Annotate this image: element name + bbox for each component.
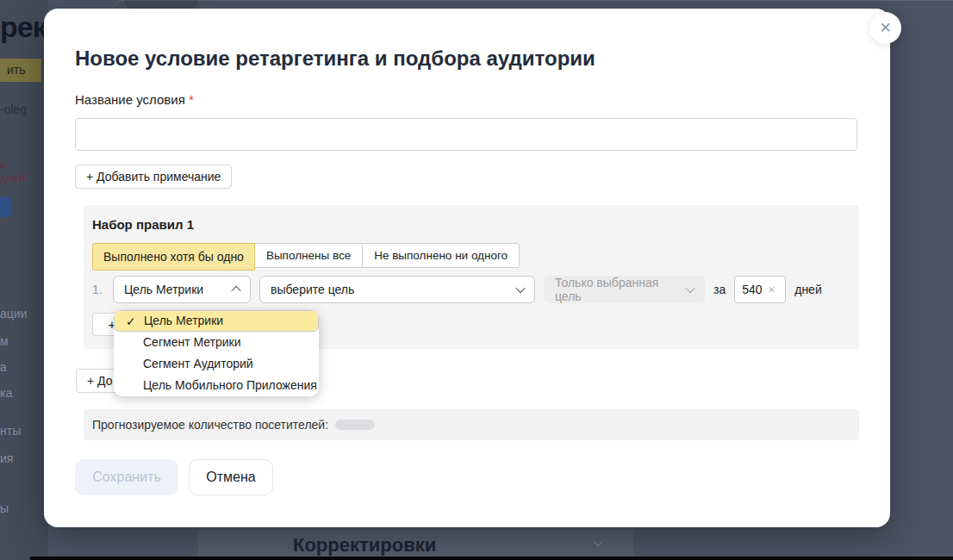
sidebar-yellow-button-fragment: ить: [0, 59, 41, 82]
forecast-value-placeholder: [335, 420, 375, 430]
name-field-label: Название условия *: [75, 92, 194, 107]
menu-item-mobile-app-goal[interactable]: Цель Мобильного Приложения: [114, 375, 319, 396]
period-input-wrap: ×: [734, 276, 786, 303]
match-mode-segmented-control: Выполнено хотя бы одно Выполнены все Не …: [92, 243, 520, 271]
rule-index: 1.: [92, 283, 113, 296]
goal-select[interactable]: выберите цель: [259, 276, 535, 303]
menu-item-audience-segment[interactable]: Сегмент Аудиторий: [114, 353, 319, 375]
period-days-input[interactable]: [735, 283, 764, 296]
sidebar-item-fragment: ка: [0, 386, 12, 400]
chevron-down-icon: [593, 537, 602, 546]
condition-name-input[interactable]: [75, 118, 857, 151]
bottom-edge-bar: [30, 557, 953, 560]
close-icon: ✕: [879, 20, 891, 36]
sidebar-item-fragment: ы: [0, 501, 9, 515]
scope-select-disabled: Только выбранная цель: [544, 276, 705, 303]
adjustments-heading: Корректировки: [293, 534, 436, 557]
retargeting-condition-modal: ✕ Новое условие ретаргетинга и подбора а…: [44, 9, 890, 527]
sidebar-item-fragment: м: [0, 334, 9, 348]
tab-match-any[interactable]: Выполнено хотя бы одно: [92, 243, 255, 271]
warning-text-fragment: и: [0, 159, 6, 171]
menu-item-metrika-goal[interactable]: ✓ Цель Метрики: [114, 310, 319, 332]
menu-item-metrika-segment[interactable]: Сегмент Метрики: [114, 332, 319, 353]
sidebar-item-fragment: нты: [0, 424, 21, 438]
period-suffix: дней: [794, 283, 822, 296]
modal-title: Новое условие ретаргетинга и подбора ауд…: [75, 47, 595, 71]
period-prefix: за: [713, 283, 726, 296]
sidebar-strip: [0, 0, 48, 560]
clear-icon[interactable]: ×: [764, 283, 778, 296]
rule-row: 1. Цель Метрики выберите цель Только выб…: [92, 276, 822, 303]
forecast-bar: Прогнозируемое количество посетителей:: [84, 409, 859, 440]
tab-match-none[interactable]: Не выполнено ни одного: [362, 243, 520, 268]
warning-text-fragment: дней: [0, 171, 25, 184]
close-button[interactable]: ✕: [869, 12, 901, 44]
rule-type-dropdown-menu: ✓ Цель Метрики Сегмент Метрики Сегмент А…: [114, 310, 319, 396]
cancel-button[interactable]: Отмена: [189, 459, 273, 495]
sidebar-item-fragment: ия: [0, 451, 13, 465]
sidebar-item-fragment: ации: [0, 307, 27, 320]
forecast-label: Прогнозируемое количество посетителей:: [92, 418, 328, 432]
required-asterisk: *: [189, 92, 194, 107]
save-button[interactable]: Сохранить: [75, 459, 178, 495]
rule-type-select[interactable]: Цель Метрики: [113, 276, 251, 303]
sidebar-item-fragment: а: [0, 360, 7, 374]
rule-set-title: Набор правил 1: [92, 217, 194, 232]
check-icon: ✓: [126, 311, 136, 333]
chevron-down-icon: [685, 283, 695, 293]
adjustments-card: Корректировки: [198, 531, 633, 560]
blue-badge-fragment: [0, 196, 11, 217]
chevron-down-icon: [515, 283, 525, 293]
tab-match-all[interactable]: Выполнены все: [254, 243, 363, 268]
chevron-up-icon: [231, 286, 240, 296]
account-name-fragment: -oleg: [0, 103, 27, 116]
add-note-button[interactable]: + Добавить примечание: [75, 165, 232, 189]
